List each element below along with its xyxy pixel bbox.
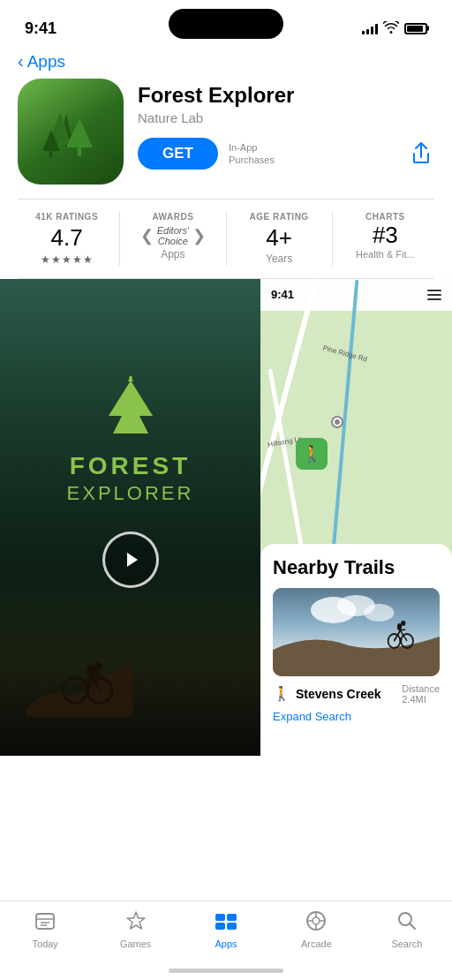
- svg-rect-23: [427, 294, 441, 296]
- choice-title: Choice: [157, 236, 189, 246]
- signal-bar-1: [362, 31, 365, 34]
- ss1-subtitle: EXPLORER: [67, 482, 194, 505]
- svg-rect-5: [78, 147, 81, 156]
- svg-point-20: [94, 661, 102, 670]
- map-menu-icon: [427, 288, 441, 302]
- editors-choice-wrap: ❮ Editors' Choice ❯: [140, 225, 206, 246]
- rating-item-age: AGE RATING 4+ Years: [227, 212, 333, 266]
- location-dot: [331, 416, 343, 428]
- search-icon: [396, 910, 418, 935]
- svg-marker-11: [127, 553, 138, 567]
- tab-apps-label: Apps: [215, 939, 237, 949]
- svg-rect-41: [215, 923, 225, 930]
- age-sub: Years: [230, 253, 328, 265]
- svg-line-52: [410, 924, 415, 930]
- nearby-title: Nearby Trails: [273, 556, 440, 579]
- get-button[interactable]: GET: [138, 138, 218, 170]
- tab-games[interactable]: Games: [90, 910, 180, 949]
- signal-bar-4: [375, 24, 378, 34]
- ratings-value: 4.7: [18, 225, 116, 251]
- notch: [169, 9, 283, 39]
- tab-today-label: Today: [33, 939, 58, 949]
- star-half: ★: [83, 253, 93, 266]
- svg-rect-24: [427, 298, 441, 300]
- play-button[interactable]: [102, 531, 159, 588]
- forest-explorer-tree-icon: [104, 376, 157, 441]
- nearby-trails-card: Nearby Trails: [260, 544, 452, 756]
- app-actions: GET In-AppPurchases: [138, 138, 434, 170]
- ratings-count-label: 41K RATINGS: [18, 212, 116, 222]
- svg-point-46: [313, 917, 320, 924]
- app-icon: [18, 79, 124, 185]
- svg-marker-10: [128, 376, 133, 381]
- app-developer: Nature Lab: [138, 110, 434, 125]
- charts-sub: Health & Fit...: [336, 249, 434, 260]
- tab-apps[interactable]: Apps: [181, 910, 271, 949]
- tab-games-label: Games: [120, 939, 151, 949]
- home-indicator: [169, 969, 283, 973]
- tab-today[interactable]: Today: [0, 910, 90, 949]
- svg-rect-22: [427, 290, 441, 291]
- laurel-left-icon: ❮: [140, 226, 154, 245]
- trail-photo-svg: [273, 588, 440, 676]
- walker-icon: 🚶: [296, 438, 328, 470]
- svg-rect-7: [49, 151, 52, 158]
- status-time: 9:41: [25, 19, 56, 38]
- apps-icon: [214, 910, 238, 935]
- back-chevron-icon: ‹: [18, 51, 24, 72]
- tab-search-label: Search: [391, 939, 422, 949]
- star-4: ★: [72, 253, 82, 266]
- trail-image: [273, 588, 440, 676]
- map-background: 9:41 Pine Ridge Rd Hillsong Ln: [260, 279, 452, 756]
- rating-item-charts: CHARTS #3 Health & Fit...: [333, 212, 438, 266]
- cyclist-silhouette: [26, 637, 132, 720]
- awards-sub-label: Apps: [161, 248, 185, 260]
- trail-walker-icon: 🚶: [273, 685, 290, 702]
- battery-fill: [407, 26, 423, 32]
- rating-stars: ★ ★ ★ ★ ★: [18, 253, 116, 266]
- app-icon-trees: [35, 96, 106, 167]
- editors-title: Editors': [157, 225, 189, 236]
- map-time: 9:41: [271, 288, 294, 301]
- games-icon: [125, 910, 147, 935]
- tab-arcade-label: Arcade: [301, 939, 332, 949]
- ratings-row: 41K RATINGS 4.7 ★ ★ ★ ★ ★ AWARDS ❮ Edito…: [0, 200, 452, 278]
- svg-rect-42: [227, 923, 237, 930]
- in-app-purchases-label: In-AppPurchases: [229, 141, 275, 167]
- star-3: ★: [62, 253, 72, 266]
- tab-search[interactable]: Search: [362, 910, 452, 949]
- tab-arcade[interactable]: Arcade: [271, 910, 361, 949]
- svg-point-36: [401, 621, 405, 626]
- trail-distance: Distance2.4MI: [402, 683, 440, 705]
- svg-rect-43: [215, 914, 225, 921]
- signal-bar-2: [366, 29, 369, 34]
- phone-frame: 9:41 ‹ Apps: [0, 0, 452, 980]
- age-label: AGE RATING: [230, 212, 328, 222]
- status-icons: [362, 21, 427, 36]
- svg-rect-44: [227, 914, 237, 921]
- nav-back[interactable]: ‹ Apps: [0, 44, 452, 79]
- back-label[interactable]: Apps: [27, 52, 65, 72]
- laurel-right-icon: ❯: [192, 226, 206, 245]
- rating-item-awards: AWARDS ❮ Editors' Choice ❯ Apps: [120, 212, 226, 266]
- signal-bars: [362, 22, 378, 34]
- expand-search[interactable]: Expand Search: [273, 710, 440, 723]
- charts-label: CHARTS: [336, 212, 434, 222]
- app-name: Forest Explorer: [138, 84, 434, 107]
- svg-rect-37: [36, 914, 54, 929]
- star-2: ★: [51, 253, 61, 266]
- awards-label: AWARDS: [152, 212, 193, 222]
- wifi-icon: [383, 21, 399, 36]
- screenshot-1: FOREST EXPLORER: [0, 279, 260, 756]
- ss1-title: FOREST: [70, 452, 192, 480]
- status-bar: 9:41: [0, 0, 452, 44]
- star-1: ★: [41, 253, 50, 266]
- signal-bar-3: [371, 26, 373, 34]
- share-button[interactable]: [408, 140, 434, 167]
- battery-icon: [404, 23, 427, 34]
- charts-value: #3: [336, 222, 434, 249]
- today-icon: [34, 910, 56, 935]
- app-header: Forest Explorer Nature Lab GET In-AppPur…: [0, 79, 452, 199]
- rating-item-reviews: 41K RATINGS 4.7 ★ ★ ★ ★ ★: [14, 212, 120, 266]
- trail-info: 🚶 Stevens Creek Distance2.4MI: [273, 683, 440, 705]
